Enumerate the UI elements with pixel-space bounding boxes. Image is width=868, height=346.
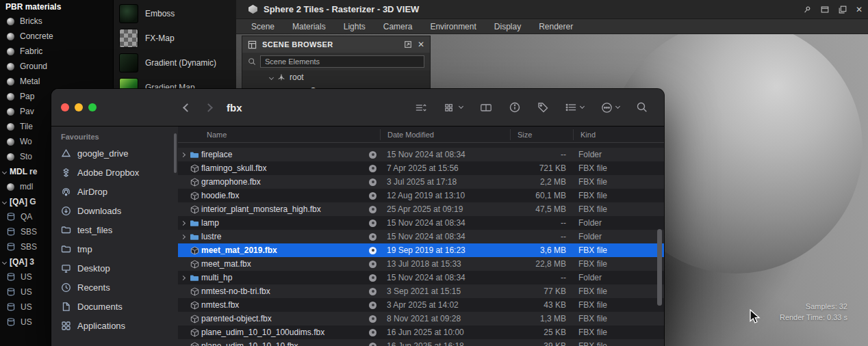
table-row[interactable]: multi_hp 15 Nov 2024 at 08:34 -- Folder [178, 271, 664, 284]
finder-window: fbx Favourites google_drive Adobe Dropbo… [51, 89, 664, 346]
tag-button[interactable] [537, 102, 548, 113]
chevron-right-icon[interactable] [178, 153, 188, 157]
clock-icon [61, 282, 71, 293]
icon-view-button[interactable] [444, 103, 463, 113]
library-item-label: US [21, 317, 32, 327]
menu-environment[interactable]: Environment [430, 22, 476, 31]
group-button[interactable] [565, 103, 584, 112]
table-row[interactable]: nmtest-no-tb-tri.fbx 3 Sep 2021 at 15:15… [178, 284, 664, 298]
more-actions-button[interactable] [601, 102, 620, 114]
chevron-right-icon[interactable] [178, 276, 188, 280]
info-button[interactable] [509, 102, 520, 113]
undock-icon[interactable] [404, 40, 412, 49]
close-icon[interactable]: ✕ [856, 5, 863, 14]
table-row[interactable]: nmtest.fbx 3 Apr 2025 at 14:02 43 KB FBX… [178, 298, 664, 312]
material-item[interactable]: Metal [0, 74, 113, 89]
table-row[interactable]: meet_mat.fbx 13 Jul 2018 at 15:33 22,8 M… [178, 257, 664, 271]
file-size: 77 KB [510, 287, 573, 296]
table-row[interactable]: flamingo_skull.fbx 7 Apr 2025 at 15:56 7… [178, 161, 664, 175]
database-icon [7, 288, 15, 296]
search-icon[interactable] [637, 102, 648, 113]
material-item[interactable]: Bricks [0, 14, 113, 29]
file-date: 3 Jul 2025 at 17:18 [380, 177, 510, 187]
material-item[interactable]: Ground [0, 59, 113, 74]
table-row-selected[interactable]: meet_mat_2019.fbx 19 Sep 2019 at 16:23 3… [178, 243, 664, 257]
chevron-down-icon[interactable] [269, 75, 274, 79]
menu-display[interactable]: Display [494, 22, 521, 31]
menu-scene[interactable]: Scene [251, 22, 275, 31]
column-header-size[interactable]: Size [510, 129, 573, 140]
column-header-kind[interactable]: Kind [573, 129, 664, 140]
chevron-right-icon[interactable] [178, 235, 188, 239]
minimize-window-button[interactable] [75, 103, 83, 111]
back-button[interactable] [183, 103, 192, 112]
file-size: 22,8 MB [510, 259, 573, 269]
table-row[interactable]: lamp 15 Nov 2024 at 08:34 -- Folder [178, 216, 664, 230]
sidebar-item-test-files[interactable]: test_files [51, 220, 178, 239]
database-icon [7, 318, 15, 326]
close-icon[interactable]: ✕ [418, 40, 424, 49]
file-kind: Folder [573, 218, 664, 228]
panel-grid-icon [248, 40, 257, 49]
window-title: Sphere 2 Tiles - Rasterizer - 3D VIEW [264, 4, 419, 14]
node-item[interactable]: FX-Map [114, 26, 236, 51]
scene-browser-header[interactable]: SCENE BROWSER ✕ [242, 36, 430, 53]
tree-node-root[interactable]: root [242, 70, 430, 84]
fbx-file-icon [188, 328, 201, 337]
table-row[interactable]: plane_udim_10_10_10.fbx 16 Jun 2025 at 1… [178, 339, 664, 346]
menu-materials[interactable]: Materials [292, 22, 326, 31]
node-item[interactable]: Gradient (Dynamic) [114, 51, 236, 75]
finder-toolbar[interactable]: fbx [51, 89, 664, 127]
chevron-right-icon[interactable] [178, 222, 188, 225]
table-row[interactable]: interior_plant_monstera_high.fbx 25 Apr … [178, 202, 664, 216]
material-sphere-icon [7, 48, 14, 55]
list-view-button[interactable] [415, 103, 427, 113]
menu-renderer[interactable]: Renderer [539, 22, 573, 31]
node-label: Gradient (Dynamic) [145, 58, 216, 68]
sidebar-item-applications[interactable]: Applications [51, 316, 178, 335]
float-panel-icon[interactable] [820, 5, 830, 14]
table-row[interactable]: fireplace 15 Nov 2024 at 08:34 -- Folder [178, 148, 664, 161]
sync-status-icon [369, 178, 376, 186]
node-thumbnail [119, 4, 138, 23]
material-label: mdl [20, 182, 33, 191]
file-size: -- [510, 150, 573, 159]
sidebar-item-airdrop[interactable]: AirDrop [51, 182, 178, 201]
column-header-name[interactable]: Name [178, 131, 380, 139]
app-titlebar[interactable]: Sphere 2 Tiles - Rasterizer - 3D VIEW ✕ [236, 0, 868, 19]
sidebar-item-recents[interactable]: Recents [51, 278, 178, 297]
table-row[interactable]: lustre 15 Nov 2024 at 08:34 -- Folder [178, 230, 664, 243]
column-header-date[interactable]: Date Modified [380, 129, 510, 140]
sidebar-item-desktop[interactable]: Desktop [51, 258, 178, 278]
file-size: -- [510, 232, 573, 241]
sync-status-icon [369, 233, 376, 241]
sync-status-icon [369, 165, 376, 172]
table-row[interactable]: plane_udim_10_10_100udims.fbx 16 Jun 202… [178, 325, 664, 339]
scene-filter-input[interactable]: Scene Elements [260, 55, 424, 68]
pin-icon[interactable] [802, 5, 812, 14]
menu-lights[interactable]: Lights [344, 22, 366, 31]
table-row[interactable]: gramophone.fbx 3 Jul 2025 at 17:18 2,2 M… [178, 175, 664, 189]
sidebar-item-tmp[interactable]: tmp [51, 239, 178, 258]
menu-camera[interactable]: Camera [383, 22, 413, 31]
table-row[interactable]: hoodie.fbx 12 Aug 2019 at 13:10 60,1 MB … [178, 189, 664, 202]
table-row[interactable]: parented-object.fbx 8 Nov 2021 at 09:28 … [178, 312, 664, 325]
sidebar-item-dropbox[interactable]: Adobe Dropbox [51, 163, 178, 182]
sidebar-item-documents[interactable]: Documents [51, 297, 178, 316]
maximize-icon[interactable] [838, 5, 847, 14]
node-thumbnail [119, 53, 138, 72]
file-date: 16 Jun 2025 at 16:18 [380, 341, 510, 346]
material-item[interactable]: Fabric [0, 44, 113, 59]
material-item[interactable]: Concrete [0, 29, 113, 44]
close-window-button[interactable] [61, 103, 69, 111]
file-kind: FBX file [573, 300, 664, 310]
sidebar-item-downloads[interactable]: Downloads [51, 201, 178, 220]
sidebar-item-google-drive[interactable]: google_drive [51, 144, 178, 163]
column-view-button[interactable] [480, 103, 492, 113]
sidebar-scrollbar[interactable] [174, 133, 177, 173]
zoom-window-button[interactable] [88, 103, 97, 111]
file-date: 3 Apr 2025 at 14:02 [380, 300, 510, 310]
forward-button[interactable] [204, 103, 213, 112]
node-item[interactable]: Emboss [114, 1, 236, 26]
list-scrollbar[interactable] [657, 229, 662, 306]
